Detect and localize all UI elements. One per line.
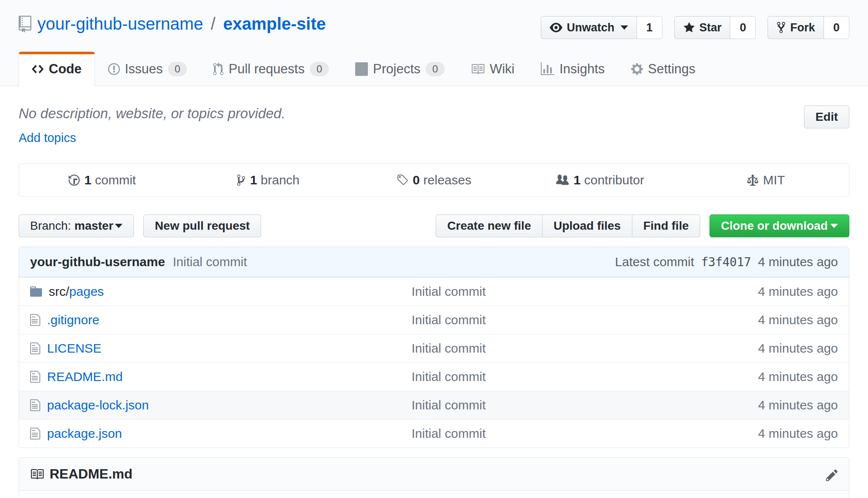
file-browser: your-github-username Initial commit Late… — [19, 247, 849, 448]
star-button[interactable]: Star — [674, 16, 731, 39]
fork-icon — [776, 21, 786, 34]
row-commit-time: 4 minutes ago — [660, 370, 838, 384]
people-icon — [556, 174, 569, 186]
project-icon — [355, 62, 368, 76]
repo-nav: Code Issues 0 Pull requests 0 Projects 0… — [19, 52, 849, 86]
readme-title: README.md — [50, 466, 133, 482]
tab-pull-requests[interactable]: Pull requests 0 — [200, 52, 342, 86]
commit-author-link[interactable]: your-github-username — [30, 255, 165, 269]
file-link[interactable]: package.json — [47, 426, 122, 440]
repo-owner-link[interactable]: your-github-username — [37, 14, 203, 33]
file-icon — [30, 342, 40, 355]
stargazers-count[interactable]: 0 — [730, 16, 756, 39]
edit-readme-button[interactable] — [826, 466, 838, 482]
tab-wiki[interactable]: Wiki — [458, 52, 528, 86]
tab-projects-label: Projects — [373, 61, 420, 77]
table-row: package-lock.json Initial commit 4 minut… — [19, 391, 849, 419]
table-row: package.json Initial commit 4 minutes ag… — [19, 419, 849, 448]
branches-stat[interactable]: 1 branch — [185, 173, 351, 187]
book-icon — [30, 467, 44, 481]
branch-prefix-label: Branch: — [30, 219, 71, 233]
star-icon — [683, 21, 695, 34]
file-path-prefix[interactable]: src/ — [49, 284, 69, 298]
issue-opened-icon — [108, 62, 120, 76]
find-file-button[interactable]: Find file — [632, 214, 700, 237]
clone-or-download-button[interactable]: Clone or download — [709, 214, 849, 237]
table-row: .gitignore Initial commit 4 minutes ago — [19, 306, 849, 334]
clone-or-download-label: Clone or download — [721, 219, 828, 233]
tab-projects[interactable]: Projects 0 — [342, 52, 458, 86]
watch-group: Unwatch 1 — [541, 16, 662, 39]
file-link[interactable]: .gitignore — [47, 313, 99, 327]
releases-count: 0 — [413, 173, 420, 187]
tab-insights-label: Insights — [559, 61, 605, 77]
row-commit-time: 4 minutes ago — [660, 426, 838, 441]
new-pull-request-button[interactable]: New pull request — [143, 214, 261, 237]
breadcrumb-separator: / — [209, 14, 217, 33]
contributors-stat[interactable]: 1 contributor — [517, 173, 683, 187]
file-link[interactable]: package-lock.json — [47, 398, 149, 412]
repo-social-actions: Unwatch 1 Star 0 Fork — [541, 16, 849, 39]
readme-content — [19, 491, 849, 498]
branch-select-button[interactable]: Branch: master — [19, 214, 134, 237]
license-stat[interactable]: MIT — [683, 173, 849, 187]
row-commit-message[interactable]: Initial commit — [412, 426, 660, 441]
file-icon — [30, 370, 40, 384]
star-group: Star 0 — [674, 16, 756, 39]
history-icon — [68, 174, 80, 186]
create-new-file-button[interactable]: Create new file — [436, 214, 542, 237]
file-link[interactable]: pages — [69, 284, 104, 298]
issues-counter-badge: 0 — [168, 62, 187, 76]
row-commit-message[interactable]: Initial commit — [412, 313, 660, 327]
tab-insights[interactable]: Insights — [528, 52, 618, 86]
table-row: LICENSE Initial commit 4 minutes ago — [19, 334, 849, 362]
tab-issues-label: Issues — [125, 61, 163, 77]
releases-stat[interactable]: 0 releases — [351, 173, 517, 187]
row-commit-message[interactable]: Initial commit — [412, 284, 660, 299]
file-link[interactable]: LICENSE — [47, 341, 101, 355]
contributors-label: contributor — [584, 173, 644, 187]
tab-code[interactable]: Code — [19, 52, 95, 86]
tab-settings[interactable]: Settings — [618, 52, 709, 86]
law-icon — [747, 174, 759, 186]
repo-description: No description, website, or topics provi… — [19, 106, 285, 122]
add-topics-link[interactable]: Add topics — [19, 131, 285, 145]
tab-settings-label: Settings — [648, 61, 696, 77]
row-commit-message[interactable]: Initial commit — [412, 341, 660, 356]
commit-message-link[interactable]: Initial commit — [173, 255, 247, 269]
fork-button[interactable]: Fork — [768, 16, 824, 39]
releases-label: releases — [423, 173, 471, 187]
pencil-icon — [826, 468, 838, 482]
file-link[interactable]: README.md — [47, 370, 122, 384]
eye-icon — [550, 21, 562, 34]
file-icon — [30, 398, 40, 412]
fork-group: Fork 0 — [768, 16, 849, 39]
tab-pulls-label: Pull requests — [228, 61, 304, 77]
forks-count[interactable]: 0 — [824, 16, 849, 39]
commits-stat[interactable]: 1 commit — [19, 173, 185, 187]
tab-wiki-label: Wiki — [490, 61, 515, 77]
table-row: src/pages Initial commit 4 minutes ago — [19, 277, 849, 306]
gear-icon — [631, 62, 643, 76]
unwatch-label: Unwatch — [567, 21, 615, 34]
file-actions-group: Create new file Upload files Find file — [436, 214, 700, 237]
tab-code-label: Code — [49, 61, 82, 77]
repo-name-link[interactable]: example-site — [223, 14, 326, 33]
branches-label: branch — [261, 173, 300, 187]
tag-icon — [397, 174, 409, 186]
file-icon — [30, 427, 40, 440]
contributors-count: 1 — [573, 173, 581, 187]
license-label: MIT — [763, 173, 785, 187]
upload-files-button[interactable]: Upload files — [542, 214, 632, 237]
edit-description-button[interactable]: Edit — [804, 106, 849, 128]
watchers-count[interactable]: 1 — [637, 16, 662, 39]
unwatch-button[interactable]: Unwatch — [541, 16, 637, 39]
row-commit-time: 4 minutes ago — [660, 398, 838, 412]
latest-commit-bar: your-github-username Initial commit Late… — [19, 247, 849, 277]
commit-sha-link[interactable]: f3f4017 — [701, 255, 751, 269]
tab-issues[interactable]: Issues 0 — [95, 52, 200, 86]
row-commit-message[interactable]: Initial commit — [412, 398, 660, 412]
commit-time: 4 minutes ago — [758, 255, 838, 269]
latest-commit-label: Latest commit — [615, 255, 694, 269]
row-commit-message[interactable]: Initial commit — [412, 370, 660, 384]
